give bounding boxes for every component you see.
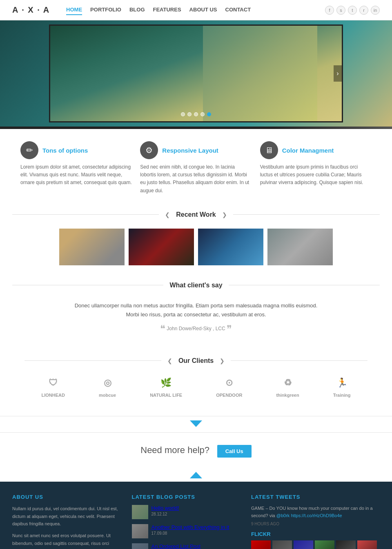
clients-arrow-left[interactable]: ❮ — [167, 358, 172, 364]
recent-work-arrow-right[interactable]: ❯ — [222, 211, 227, 218]
clients-arrow-right[interactable]: ❯ — [220, 358, 225, 364]
hero-dot-2[interactable] — [187, 112, 192, 116]
logo: A · X · A — [12, 5, 50, 15]
lionhead-icon: 🛡 — [45, 375, 61, 391]
client-opendoor: ⊙ OPENDOOR — [216, 375, 242, 398]
rss-icon[interactable]: r — [359, 6, 368, 15]
footer-about-text-1: Nullam id purus dui, vel condimentum dui… — [12, 505, 120, 528]
training-icon: 🏃 — [334, 375, 350, 391]
hero-next-button[interactable]: › — [334, 65, 342, 82]
post-link-1[interactable]: Hello world! — [151, 505, 179, 511]
author-name: John Dowe/Red-Sky , LCC — [167, 326, 225, 331]
feature-text-1: Lorem ipsum dolor sit amet, consectetur … — [20, 163, 132, 187]
client-name-3: NATURAL LIFE — [150, 393, 182, 398]
nav-about[interactable]: ABOUT US — [189, 5, 217, 15]
flickr-img-3[interactable] — [294, 540, 313, 549]
work-item-2[interactable] — [129, 229, 194, 265]
naturallife-icon: 🌿 — [158, 375, 174, 391]
post-link-2[interactable]: Another Post with Everything in it — [151, 524, 229, 530]
footer-post-2: Another Post with Everything in it 17.09… — [132, 524, 239, 538]
flickr-img-2[interactable] — [272, 540, 292, 549]
testimonial-section: Donec ullamcorper nulla non metus auctor… — [0, 293, 392, 347]
client-name-6: Training — [333, 393, 351, 398]
post-info-2: Another Post with Everything in it 17.09… — [151, 524, 229, 538]
feature-item-3: 🖥 Color Managment Vestibulum ante ipsum … — [260, 141, 372, 195]
up-arrow-divider — [0, 470, 392, 482]
hero-dots — [181, 112, 211, 116]
work-item-3[interactable] — [198, 229, 263, 265]
testimonial-text: Donec ullamcorper nulla non metus auctor… — [33, 301, 359, 319]
footer: ABOUT US Nullam id purus dui, vel condim… — [0, 482, 392, 549]
flickr-img-5[interactable] — [336, 540, 356, 549]
divider-line-right — [233, 214, 380, 215]
nav-home[interactable]: HOME — [66, 5, 82, 15]
post-img-3 — [132, 543, 148, 549]
work-item-1[interactable] — [59, 229, 125, 265]
nav-portfolio[interactable]: PORTFOLIO — [90, 5, 121, 15]
client-name-2: mobcue — [99, 393, 116, 398]
footer-blog-col: LATEST BLOG POSTS Hello world! 28.12.12 … — [132, 494, 239, 549]
up-arrow-icon[interactable] — [190, 472, 202, 478]
recent-work-grid — [0, 222, 392, 278]
flickr-img-6[interactable] — [357, 540, 377, 549]
hero-dot-5[interactable] — [207, 112, 211, 116]
gear-icon: ⚙ — [140, 141, 158, 159]
facebook-icon[interactable]: f — [325, 6, 334, 15]
thinkgreen-icon: ♻ — [280, 375, 296, 391]
divider-line-left — [12, 214, 159, 215]
down-arrow-icon — [190, 420, 202, 427]
twitter-icon[interactable]: t — [348, 6, 357, 15]
client-name-1: LIONHEAD — [42, 393, 65, 398]
footer-tweets-title: LATEST TWEETS — [251, 494, 380, 500]
call-us-button[interactable]: Call Us — [217, 445, 252, 458]
client-name-5: thinkgreen — [276, 393, 299, 398]
feature-item-2: ⚙ Responsive Layout Sed nec enim nibh, i… — [140, 141, 252, 195]
post-link-3[interactable]: An Ordered List Post — [151, 543, 201, 549]
flickr-title: FLICKR — [251, 531, 380, 537]
hero-dot-1[interactable] — [181, 112, 185, 116]
pencil-icon: ✏ — [20, 141, 38, 159]
clients-grid: 🛡 LIONHEAD ◎ mobcue 🌿 NATURAL LIFE ⊙ OPE… — [12, 369, 380, 404]
hero-slider: ‹ › — [49, 24, 343, 122]
recent-work-title: Recent Work — [176, 211, 216, 218]
skype-icon[interactable]: s — [336, 6, 345, 15]
hero-dot-4[interactable] — [200, 112, 205, 116]
nav-contact[interactable]: CONTACT — [225, 5, 251, 15]
help-text: Need more help? — [140, 445, 209, 455]
feature-header-1: ✏ Tons of options — [20, 141, 132, 159]
feature-header-2: ⚙ Responsive Layout — [140, 141, 252, 159]
footer-about-text-2: Nunc sit amet nunc sed eros volutpat pos… — [12, 532, 120, 549]
post-info-1: Hello world! 28.12.12 — [151, 505, 179, 519]
linkedin-icon[interactable]: in — [371, 6, 380, 15]
footer-about-col: ABOUT US Nullam id purus dui, vel condim… — [12, 494, 120, 549]
client-naturallife: 🌿 NATURAL LIFE — [150, 375, 182, 398]
feature-title-1: Tons of options — [42, 147, 88, 154]
footer-tweet-time: 9 HOURS AGO — [251, 522, 380, 526]
nav-features[interactable]: FEATURES — [153, 5, 181, 15]
nav-links: HOME PORTFOLIO BLOG FEATURES ABOUT US CO… — [66, 5, 325, 15]
client-name-4: OPENDOOR — [216, 393, 242, 398]
post-date-2: 17.09.08 — [151, 531, 229, 536]
footer-post-3: An Ordered List Post 17.09.08 — [132, 543, 239, 549]
client-training: 🏃 Training — [333, 375, 351, 398]
quote-close-icon: ❞ — [227, 323, 232, 334]
nav-blog[interactable]: BLOG — [129, 5, 145, 15]
feature-text-3: Vestibulum ante ipsum primis in faucibus… — [260, 163, 372, 187]
footer-post-1: Hello world! 28.12.12 — [132, 505, 239, 519]
feature-item-1: ✏ Tons of options Lorem ipsum dolor sit … — [20, 141, 132, 195]
social-icons: f s t r in — [325, 6, 380, 15]
flickr-img-4[interactable] — [315, 540, 334, 549]
work-item-4[interactable] — [267, 229, 333, 265]
tweet-link[interactable]: @b0rk https://t.co/rHzOhD9Bo4e — [276, 513, 342, 518]
footer-blog-title: LATEST BLOG POSTS — [132, 494, 239, 500]
footer-tweets-col: LATEST TWEETS GAME – Do YOU know how muc… — [251, 494, 380, 549]
divider-line-right2 — [229, 285, 380, 285]
recent-work-arrow-left[interactable]: ❮ — [165, 211, 170, 218]
monitor-icon: 🖥 — [260, 141, 278, 159]
flickr-img-1[interactable] — [251, 540, 271, 549]
hero-dot-3[interactable] — [194, 112, 198, 116]
feature-title-2: Responsive Layout — [162, 147, 218, 154]
footer-about-title: ABOUT US — [12, 494, 120, 500]
clients-title: Our Clients — [178, 357, 214, 365]
clients-section: ❮ Our Clients ❯ 🛡 LIONHEAD ◎ mobcue 🌿 NA… — [0, 347, 392, 416]
